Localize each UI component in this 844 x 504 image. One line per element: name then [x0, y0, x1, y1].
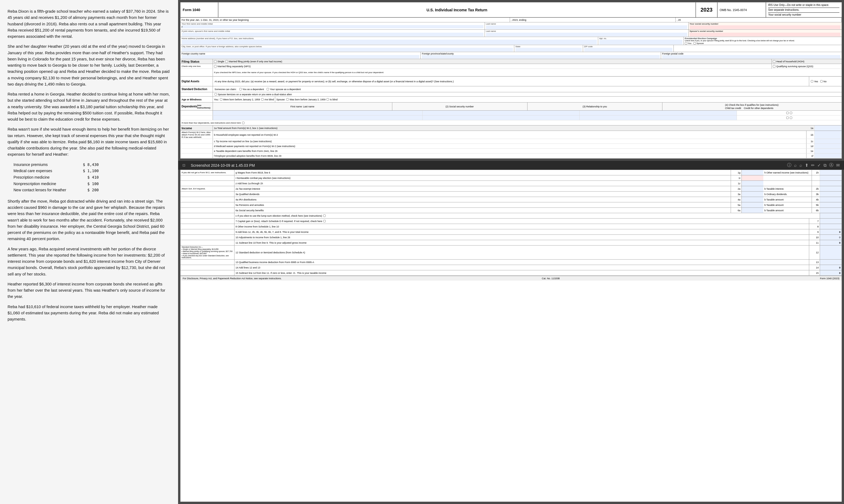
- ab-born-before-checkbox[interactable]: [220, 98, 222, 101]
- bf-12-val[interactable]: [820, 246, 842, 259]
- dep-row1-ssn[interactable]: [423, 111, 580, 115]
- bf-5b-val[interactable]: [820, 202, 842, 208]
- fs-mfs-checkbox[interactable]: [214, 65, 217, 68]
- bf-14-val[interactable]: 0: [820, 265, 842, 270]
- fs-mfj-option[interactable]: Married filing jointly (even if only one…: [225, 60, 282, 63]
- sd-spouse-dep-option[interactable]: Your spouse as a dependent: [267, 88, 301, 91]
- da-no-label: No: [824, 80, 827, 83]
- pres-you-checkbox[interactable]: [685, 42, 687, 44]
- ab-spouse-blind-checkbox[interactable]: [326, 98, 329, 101]
- sd-you-dep-checkbox[interactable]: [239, 88, 242, 90]
- bf-1z-val[interactable]: [742, 181, 763, 186]
- dep-row2-child-tax-checkbox[interactable]: [786, 116, 789, 119]
- bf-10-val[interactable]: 0: [820, 235, 842, 240]
- ab-spouse-born-option[interactable]: Was born before January 2, 1959: [286, 98, 325, 101]
- bf-6c-checkbox[interactable]: [323, 215, 326, 217]
- fs-mfs-option[interactable]: Married filing separately (MFS): [214, 65, 251, 68]
- annotate-icon[interactable]: Ⓐ: [829, 162, 833, 168]
- dep-row1-name[interactable]: [213, 111, 423, 115]
- search2-icon[interactable]: ⌕: [800, 163, 802, 168]
- dep-row2-other-dep-checkbox[interactable]: [790, 116, 792, 119]
- fs-hoh-option[interactable]: Head of household (HOH): [773, 60, 804, 63]
- dep-row1-rel[interactable]: [579, 111, 737, 115]
- ab-spouse-blind-option[interactable]: Is blind: [326, 98, 338, 101]
- send-icon[interactable]: ✉: [836, 163, 840, 168]
- bf-3a-val[interactable]: [742, 192, 763, 197]
- da-no-checkbox[interactable]: [820, 80, 823, 83]
- check-icon[interactable]: ✓: [817, 163, 821, 168]
- fs-single-checkbox[interactable]: [214, 60, 217, 63]
- sd-spouse-itemizes-option[interactable]: Spouse itemizes on a separate return or …: [215, 93, 292, 96]
- bf-3b-val[interactable]: [820, 192, 842, 197]
- da-yes-checkbox[interactable]: [811, 80, 813, 83]
- pres-spouse-checkbox[interactable]: [694, 42, 696, 44]
- fs-qss-option[interactable]: Qualifying surviving spouse (QSS): [773, 65, 813, 68]
- ab-are-blind-checkbox[interactable]: [261, 98, 264, 101]
- dep-row1-rel-input[interactable]: [579, 111, 737, 115]
- income-1c-value[interactable]: [814, 139, 842, 144]
- bf-8-val[interactable]: [820, 224, 842, 229]
- income-1d-input[interactable]: [816, 144, 841, 148]
- pres-you-option[interactable]: You: [685, 42, 692, 44]
- fs-qss-checkbox[interactable]: [773, 65, 775, 68]
- income-1a-input[interactable]: [816, 126, 841, 130]
- fs-hoh-checkbox[interactable]: [773, 60, 775, 63]
- pres-spouse-option[interactable]: Spouse: [694, 42, 704, 44]
- filing-row3-empty: [180, 69, 213, 76]
- dep-row2-ssn-input[interactable]: [423, 115, 579, 120]
- dep-row2-ssn[interactable]: [423, 115, 580, 120]
- dep-row1-child-tax-checkbox[interactable]: [786, 112, 789, 114]
- income-1d-value[interactable]: [814, 144, 842, 148]
- income-1b-value[interactable]: [814, 131, 842, 139]
- copy-icon[interactable]: ⧉: [824, 163, 826, 168]
- income-1f-input[interactable]: [816, 154, 841, 158]
- bf-1i-val[interactable]: [742, 175, 763, 180]
- dep-row1-ssn-input[interactable]: [423, 111, 579, 115]
- bf-4a-val[interactable]: [742, 197, 763, 202]
- info-icon[interactable]: ⓘ: [787, 162, 791, 168]
- sd-spouse-dep-checkbox[interactable]: [267, 88, 269, 90]
- bf-1h-b-val[interactable]: [820, 170, 842, 175]
- sd-you-dep-option[interactable]: You as a dependent: [239, 88, 264, 91]
- bf-13-val[interactable]: [820, 259, 842, 265]
- fs-single-option[interactable]: Single: [214, 60, 224, 63]
- bf-6b-val[interactable]: [820, 208, 842, 213]
- dep-if-more-checkbox[interactable]: [242, 122, 245, 124]
- bf-2a-val[interactable]: [742, 186, 763, 191]
- income-1b-input[interactable]: [816, 131, 841, 135]
- income-1e-input[interactable]: [816, 149, 841, 153]
- bf-11-val[interactable]: 0: [820, 240, 842, 245]
- dep-row2-rel[interactable]: [579, 115, 737, 120]
- share-icon[interactable]: ⬆: [805, 163, 808, 168]
- da-yes-option[interactable]: Yes: [811, 80, 818, 83]
- dep-row1-other-dep-checkbox[interactable]: [790, 112, 792, 114]
- sd-spouse-itemizes-checkbox[interactable]: [215, 93, 217, 95]
- da-no-option[interactable]: No: [820, 80, 827, 83]
- ab-are-blind-option[interactable]: Are blind: [261, 98, 274, 101]
- dep-row2-name-input[interactable]: [213, 115, 422, 120]
- first-name-input[interactable]: [182, 25, 484, 28]
- income-1f-value[interactable]: [814, 154, 842, 158]
- bf-6a-val[interactable]: [742, 208, 763, 213]
- bf-2b-val[interactable]: [820, 186, 842, 191]
- income-1a-value[interactable]: [814, 125, 842, 131]
- screenshot-title: Screenshot 2024-10-09 at 1.45.03 PM: [191, 163, 255, 167]
- bf-7-checkbox[interactable]: [323, 220, 326, 222]
- income-1e-value[interactable]: [814, 149, 842, 153]
- bf-7-val[interactable]: [820, 218, 842, 224]
- bf-9-val[interactable]: 0: [820, 229, 842, 234]
- dep-row2-name[interactable]: [213, 115, 423, 120]
- bf-15-val[interactable]: 0: [820, 270, 842, 275]
- pencil-icon[interactable]: ✏: [811, 163, 814, 168]
- income-1c-input[interactable]: [816, 139, 841, 143]
- bf-4b-val[interactable]: [820, 197, 842, 202]
- bf-1g-val[interactable]: [742, 170, 763, 175]
- fs-mfj-checkbox[interactable]: [225, 60, 228, 63]
- bf-5a-val[interactable]: [742, 202, 763, 208]
- pres-spouse-label: Spouse: [696, 42, 704, 44]
- dep-row2-rel-input[interactable]: [579, 115, 737, 120]
- ab-born-before-option[interactable]: Were born before January 2, 1959: [220, 98, 260, 101]
- search-icon[interactable]: ⌕: [794, 163, 797, 168]
- dep-row1-name-input[interactable]: [213, 111, 422, 115]
- ab-spouse-born-checkbox[interactable]: [286, 98, 289, 101]
